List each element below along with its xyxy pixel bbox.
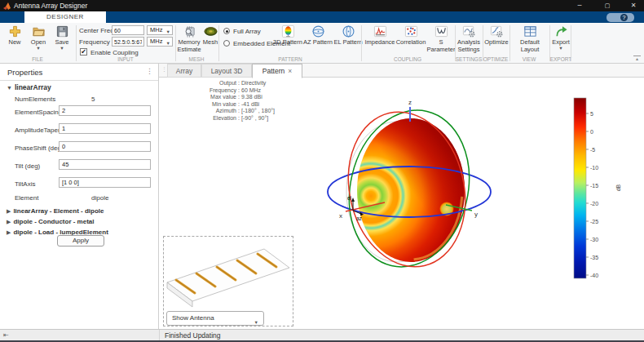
save-floppy-icon bbox=[55, 24, 69, 38]
collapsed-caret-icon: ▶ bbox=[7, 219, 11, 224]
mesh-button[interactable]: Mesh bbox=[201, 24, 219, 47]
frequency-range-unit-dropdown[interactable]: MHz ▼ bbox=[147, 37, 173, 47]
numelements-label: NumElements bbox=[15, 95, 55, 103]
pattern-section-label: PATTERN bbox=[269, 56, 311, 62]
default-layout-button[interactable]: Default Layout bbox=[510, 24, 549, 53]
collapsed-caret-icon: ▶ bbox=[7, 229, 11, 235]
y-axis-label: y bbox=[474, 211, 478, 218]
colorbar-tick-labels: 5 0 -5 -10 -15 -20 -25 -30 -35 -40 bbox=[590, 111, 598, 278]
tree-item-conductor-metal[interactable]: ▶dipole - Conductor - metal bbox=[7, 218, 95, 225]
collapsed-caret-icon: ▶ bbox=[7, 208, 11, 214]
tiltaxis-input[interactable] bbox=[59, 177, 151, 188]
mesh-icon bbox=[204, 24, 218, 38]
impedance-button[interactable]: Impedance bbox=[364, 24, 396, 47]
tab-layout-3d[interactable]: Layout 3D bbox=[201, 64, 252, 78]
save-button[interactable]: Save ▼ bbox=[51, 24, 73, 51]
center-frequency-input[interactable] bbox=[112, 25, 144, 35]
show-antenna-dropdown[interactable]: Show Antenna ▼ bbox=[166, 311, 264, 326]
3d-pattern-button[interactable]: 3D Pattern bbox=[272, 24, 303, 47]
collapse-panel-icon[interactable]: ⇤ bbox=[3, 331, 9, 339]
matlab-logo-icon bbox=[3, 2, 11, 11]
antenna-array-preview[interactable] bbox=[164, 237, 293, 310]
minimize-window-button[interactable]: – bbox=[571, 0, 589, 11]
input-section-label: INPUT bbox=[101, 56, 150, 62]
x-axis-label: x bbox=[339, 212, 342, 220]
unit-caret-icon: ▼ bbox=[166, 39, 170, 47]
tab-designer[interactable]: DESIGNER bbox=[24, 11, 106, 23]
svg-text:-40: -40 bbox=[590, 273, 598, 278]
save-dropdown-caret-icon[interactable]: ▼ bbox=[51, 47, 73, 51]
export-button[interactable]: Export ▼ bbox=[549, 24, 572, 51]
correlation-button[interactable]: Correlation bbox=[394, 24, 428, 47]
memory-estimate-icon bbox=[183, 24, 196, 38]
default-layout-icon bbox=[523, 24, 537, 38]
svg-text:0: 0 bbox=[590, 129, 593, 135]
svg-text:-5: -5 bbox=[590, 147, 595, 153]
close-window-button[interactable]: ✕ bbox=[624, 0, 642, 11]
unit-caret-icon: ▼ bbox=[166, 28, 170, 36]
colorbar-tick-marks bbox=[586, 113, 589, 275]
coupling-section-label: COUPLING bbox=[386, 56, 429, 62]
tilt-input[interactable] bbox=[59, 159, 151, 170]
apply-button[interactable]: Apply bbox=[57, 235, 104, 247]
memory-estimate-button[interactable]: Memory Estimate bbox=[174, 24, 204, 53]
pattern-figure-area: Output:Directivity Frequency:60 MHz Max … bbox=[159, 78, 644, 329]
ribbon-divider bbox=[76, 25, 77, 61]
z-axis-label: z bbox=[408, 99, 412, 106]
properties-panel: Properties ⋮ ▼linearArray NumElements 5 … bbox=[0, 64, 159, 329]
s-parameter-icon bbox=[434, 24, 448, 38]
amplitudetaper-input[interactable] bbox=[59, 123, 151, 134]
analysis-settings-icon bbox=[462, 24, 476, 38]
open-button[interactable]: Open ▼ bbox=[28, 24, 49, 51]
svg-text:-15: -15 bbox=[590, 183, 598, 189]
phaseshift-input[interactable] bbox=[59, 141, 151, 152]
ribbon-divider bbox=[571, 25, 571, 61]
mesh-section-label: MESH bbox=[175, 56, 218, 62]
lineararray-group-header[interactable]: ▼linearArray bbox=[7, 83, 51, 91]
svg-text:-10: -10 bbox=[590, 165, 598, 171]
tab-array[interactable]: Array bbox=[167, 64, 201, 78]
tree-item-element-dipole[interactable]: ▶linearArray - Element - dipole bbox=[7, 207, 104, 215]
open-folder-icon bbox=[32, 24, 46, 38]
enable-coupling-checkbox[interactable]: ✔ bbox=[80, 48, 87, 56]
phaseshift-label: PhaseShift (deg) bbox=[15, 144, 64, 152]
az-label: az bbox=[356, 215, 362, 221]
element-label: Element bbox=[15, 194, 38, 202]
properties-menu-icon[interactable]: ⋮ bbox=[146, 67, 153, 75]
full-array-radio[interactable] bbox=[223, 28, 230, 34]
close-pattern-tab-icon[interactable]: × bbox=[288, 67, 292, 75]
window-title: Antenna Array Designer bbox=[14, 2, 87, 10]
statusbar-divider bbox=[159, 330, 160, 341]
el-pattern-icon bbox=[342, 24, 355, 38]
figure-tab-bar: ⋮ Array Layout 3D Pattern× bbox=[159, 64, 644, 78]
az-pattern-button[interactable]: AZ Pattern bbox=[302, 24, 333, 47]
svg-text:-20: -20 bbox=[590, 201, 598, 207]
az-pattern-icon bbox=[311, 24, 325, 38]
maximize-window-button[interactable]: ▢ bbox=[598, 0, 616, 11]
tab-pattern[interactable]: Pattern× bbox=[252, 64, 302, 78]
elementspacing-input[interactable] bbox=[59, 105, 151, 116]
new-plus-icon bbox=[8, 24, 22, 38]
el-pattern-button[interactable]: EL Pattern bbox=[333, 24, 363, 47]
export-section-label: EXPORT bbox=[540, 56, 581, 62]
embedded-element-radio[interactable] bbox=[223, 40, 230, 47]
svg-text:-35: -35 bbox=[590, 255, 598, 260]
tabbar-drag-handle[interactable]: ⋮ bbox=[161, 66, 167, 73]
open-dropdown-caret-icon[interactable]: ▼ bbox=[28, 47, 49, 51]
center-frequency-unit-dropdown[interactable]: MHz ▼ bbox=[147, 25, 173, 35]
enable-coupling-label: Enable Coupling bbox=[90, 49, 139, 56]
new-button[interactable]: New bbox=[4, 24, 25, 47]
export-arrow-icon bbox=[554, 24, 568, 38]
el-arrowhead bbox=[351, 198, 355, 202]
help-button[interactable]: ? bbox=[607, 13, 634, 22]
svg-text:5: 5 bbox=[590, 111, 593, 117]
full-array-label: Full Array bbox=[233, 28, 261, 35]
optimize-button[interactable]: Optimize bbox=[483, 24, 509, 47]
properties-panel-title: Properties bbox=[0, 64, 158, 81]
frequency-range-input[interactable] bbox=[112, 37, 144, 47]
export-dropdown-caret-icon[interactable]: ▼ bbox=[549, 47, 572, 51]
element-value: dipole bbox=[91, 194, 108, 202]
analysis-settings-button[interactable]: Analysis Settings bbox=[456, 24, 482, 53]
s-parameter-button[interactable]: S Parameter bbox=[426, 24, 456, 53]
minimize-ribbon-icon[interactable]: ▴ bbox=[633, 56, 641, 61]
